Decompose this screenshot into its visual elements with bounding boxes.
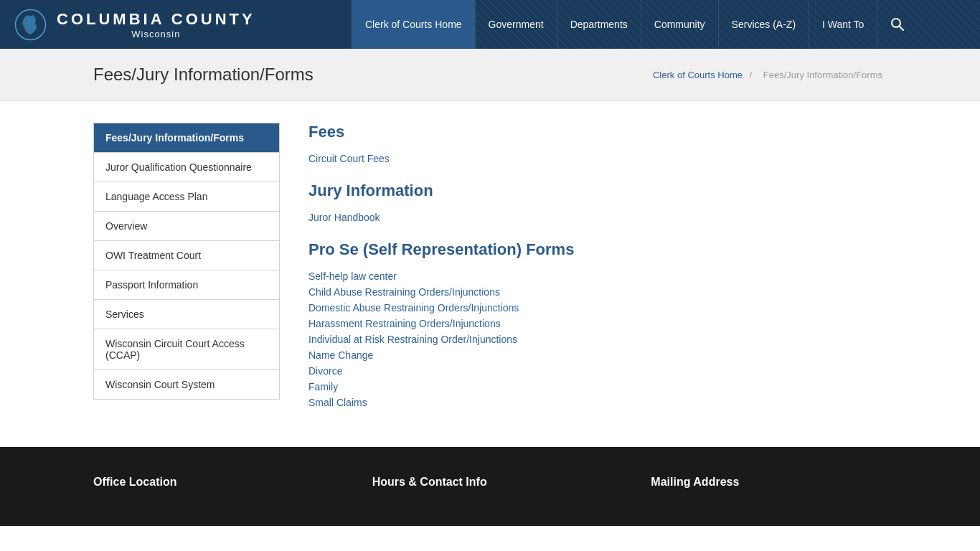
breadcrumb-separator: / (750, 70, 753, 80)
svg-line-2 (900, 27, 903, 30)
footer-office-heading: Office Location (93, 476, 329, 489)
self-help-link[interactable]: Self-help law center (308, 270, 880, 282)
main-nav: Clerk of Courts Home Government Departme… (352, 0, 980, 49)
search-icon (890, 17, 905, 32)
jury-section: Jury Information Juror Handbook (308, 182, 880, 223)
sidebar-item-wisconsin-court[interactable]: Wisconsin Court System (93, 370, 280, 400)
individual-at-risk-link[interactable]: Individual at Risk Restraining Order/Inj… (308, 334, 880, 345)
main-content: Fees/Jury Information/Forms Juror Qualif… (0, 101, 980, 447)
child-abuse-link[interactable]: Child Abuse Restraining Orders/Injunctio… (308, 286, 880, 298)
logo-text: COLUMBIA COUNTY Wisconsin (57, 10, 255, 39)
nav-item-departments[interactable]: Departments (557, 0, 641, 49)
footer-contact-heading: Hours & Contact Info (372, 476, 608, 489)
footer-contact: Hours & Contact Info (372, 476, 608, 497)
sidebar: Fees/Jury Information/Forms Juror Qualif… (93, 123, 280, 425)
sidebar-item-language-access[interactable]: Language Access Plan (93, 182, 280, 212)
nav-item-services[interactable]: Services (A-Z) (718, 0, 809, 49)
harassment-link[interactable]: Harassment Restraining Orders/Injunction… (308, 318, 880, 329)
sidebar-item-ccap[interactable]: Wisconsin Circuit Court Access (CCAP) (93, 329, 280, 370)
content-area: Fees Circuit Court Fees Jury Information… (301, 123, 887, 425)
nav-item-clerk[interactable]: Clerk of Courts Home (352, 0, 475, 49)
sidebar-item-overview[interactable]: Overview (93, 212, 280, 241)
name-change-link[interactable]: Name Change (308, 349, 880, 361)
site-header: COLUMBIA COUNTY Wisconsin Clerk of Court… (0, 0, 980, 49)
footer: Office Location Hours & Contact Info Mai… (0, 447, 980, 526)
search-button[interactable] (877, 0, 918, 49)
family-link[interactable]: Family (308, 381, 880, 392)
breadcrumb-home[interactable]: Clerk of Courts Home (653, 70, 743, 80)
domestic-abuse-link[interactable]: Domestic Abuse Restraining Orders/Injunc… (308, 302, 880, 314)
fees-heading: Fees (308, 123, 880, 144)
sidebar-item-passport[interactable]: Passport Information (93, 270, 280, 300)
svg-point-1 (892, 19, 900, 27)
fees-section: Fees Circuit Court Fees (308, 123, 880, 164)
page-title: Fees/Jury Information/Forms (93, 65, 314, 85)
sidebar-item-services[interactable]: Services (93, 300, 280, 329)
nav-item-iwantto[interactable]: I Want To (809, 0, 877, 49)
jury-heading: Jury Information (308, 182, 880, 203)
breadcrumb: Clerk of Courts Home / Fees/Jury Informa… (653, 70, 887, 80)
sidebar-item-juror-qualification[interactable]: Juror Qualification Questionnaire (93, 153, 280, 182)
county-name: COLUMBIA COUNTY (57, 10, 255, 29)
nav-item-community[interactable]: Community (641, 0, 718, 49)
state-name: Wisconsin (57, 29, 255, 39)
state-logo-icon (14, 9, 47, 41)
footer-mailing-heading: Mailing Address (651, 476, 887, 489)
circuit-court-fees-link[interactable]: Circuit Court Fees (308, 153, 880, 164)
footer-office-location: Office Location (93, 476, 329, 497)
sidebar-item-owi-treatment[interactable]: OWI Treatment Court (93, 241, 280, 270)
sidebar-item-fees-jury[interactable]: Fees/Jury Information/Forms (93, 123, 280, 153)
logo-area: COLUMBIA COUNTY Wisconsin (0, 0, 352, 49)
pro-se-section: Pro Se (Self Representation) Forms Self-… (308, 240, 880, 408)
small-claims-link[interactable]: Small Claims (308, 397, 880, 408)
divorce-link[interactable]: Divorce (308, 365, 880, 377)
footer-mailing: Mailing Address (651, 476, 887, 497)
pro-se-heading: Pro Se (Self Representation) Forms (308, 240, 880, 262)
page-title-bar: Fees/Jury Information/Forms Clerk of Cou… (0, 49, 980, 101)
breadcrumb-current: Fees/Jury Information/Forms (763, 70, 882, 80)
nav-item-government[interactable]: Government (475, 0, 557, 49)
juror-handbook-link[interactable]: Juror Handbook (308, 212, 880, 223)
